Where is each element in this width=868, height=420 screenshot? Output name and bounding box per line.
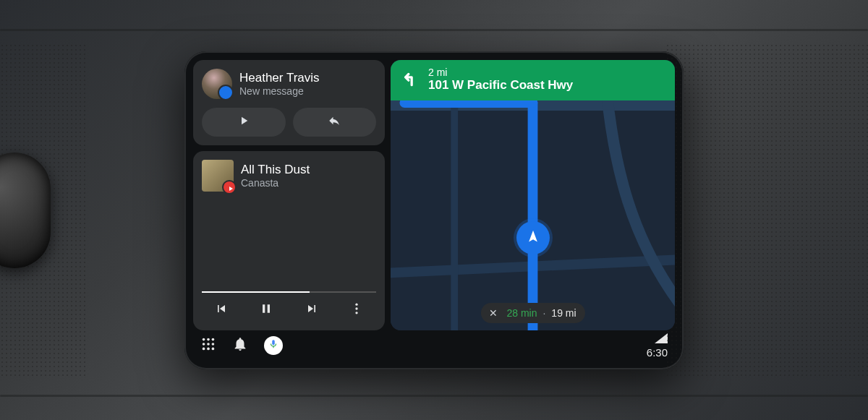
svg-point-6 <box>212 338 215 340</box>
next-track-button[interactable] <box>299 297 325 323</box>
now-playing-card[interactable]: All This Dust Canasta <box>193 151 385 330</box>
current-location-marker <box>516 221 550 254</box>
svg-point-8 <box>207 343 210 346</box>
album-art <box>202 160 234 192</box>
dashboard-knob <box>0 153 51 268</box>
notification-subtitle: New message <box>239 85 320 97</box>
svg-point-9 <box>212 343 215 346</box>
svg-point-7 <box>203 343 205 346</box>
eta-chip[interactable]: ✕ 28 min · 19 mi <box>480 303 584 323</box>
play-icon <box>237 114 250 130</box>
svg-point-5 <box>207 338 210 340</box>
sender-name: Heather Travis <box>239 71 320 85</box>
infotainment-device: Heather Travis New message <box>184 51 684 369</box>
bell-icon <box>232 342 248 354</box>
skip-next-icon <box>305 301 319 319</box>
system-bar: 6:30 <box>193 330 675 361</box>
navigation-banner[interactable]: 2 mi 101 W Pacific Coast Hwy <box>391 60 675 100</box>
microphone-icon <box>268 339 278 352</box>
playback-progress[interactable] <box>202 291 376 293</box>
more-vert-icon <box>349 301 364 319</box>
navigation-map[interactable]: 2 mi 101 W Pacific Coast Hwy ✕ 28 min · … <box>391 60 675 330</box>
svg-point-0 <box>355 303 357 305</box>
eta-duration: 28 min <box>506 307 537 319</box>
turn-road-name: 101 W Pacific Coast Hwy <box>428 79 573 93</box>
message-notification-card[interactable]: Heather Travis New message <box>193 60 385 145</box>
svg-point-12 <box>212 347 215 350</box>
apps-grid-icon <box>200 342 216 354</box>
svg-point-2 <box>355 312 357 314</box>
turn-distance: 2 mi <box>428 67 573 78</box>
reply-icon <box>328 114 341 130</box>
svg-point-11 <box>207 347 210 350</box>
turn-left-icon <box>401 69 420 91</box>
navigation-arrow-icon <box>526 229 540 247</box>
app-launcher-button[interactable] <box>200 336 216 355</box>
skip-previous-icon <box>214 301 229 319</box>
previous-track-button[interactable] <box>208 297 234 323</box>
play-message-button[interactable] <box>202 108 286 137</box>
more-options-button[interactable] <box>344 297 370 323</box>
status-clock: 6:30 <box>647 347 668 358</box>
eta-separator: · <box>542 307 545 319</box>
notifications-button[interactable] <box>232 336 248 355</box>
track-title: All This Dust <box>241 163 310 177</box>
sender-avatar <box>202 69 232 99</box>
track-artist: Canasta <box>241 177 310 189</box>
reply-button[interactable] <box>293 108 377 137</box>
svg-point-10 <box>203 347 205 350</box>
map-canvas <box>391 60 675 330</box>
svg-point-4 <box>203 338 205 340</box>
pause-icon <box>259 301 273 319</box>
eta-distance: 19 mi <box>551 307 576 319</box>
voice-assistant-button[interactable] <box>264 336 283 355</box>
close-icon: ✕ <box>489 307 498 319</box>
svg-point-1 <box>355 307 357 309</box>
pause-button[interactable] <box>253 297 279 323</box>
close-eta-button[interactable]: ✕ <box>489 307 501 319</box>
